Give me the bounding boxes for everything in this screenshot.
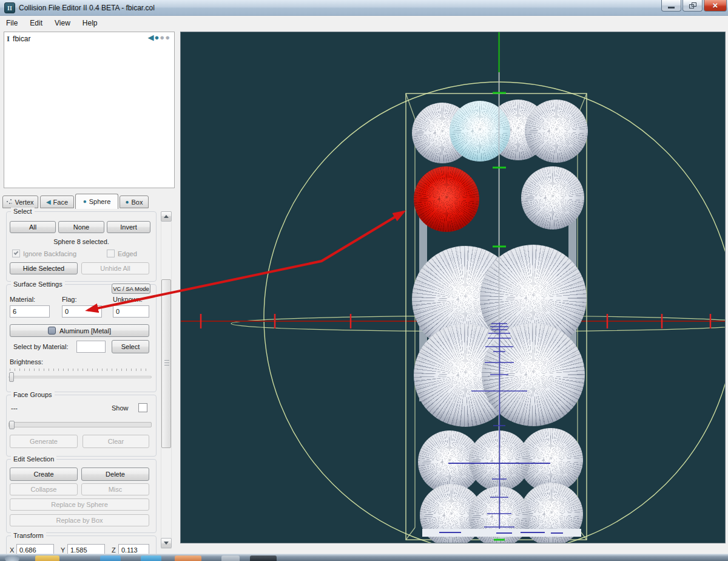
delete-button[interactable]: Delete xyxy=(81,467,149,481)
selection-status: Sphere 8 selected. xyxy=(6,238,157,245)
misc-button[interactable]: Misc xyxy=(81,483,149,495)
select-by-material-input[interactable] xyxy=(76,341,106,353)
transform-label: Transform xyxy=(11,532,46,539)
replace-by-sphere-button[interactable]: Replace by Sphere xyxy=(10,498,149,511)
transform-x-label: X xyxy=(10,546,14,554)
select-by-material-label: Select by Material: xyxy=(13,343,68,350)
surface-settings-label: Surface Settings xyxy=(11,280,65,288)
tab-label: Box xyxy=(132,199,143,206)
unknown-input[interactable]: 0 xyxy=(113,305,149,318)
taskbar[interactable] xyxy=(0,554,728,561)
start-button[interactable] xyxy=(5,556,19,561)
tab-face[interactable]: ◀ Face xyxy=(40,195,74,208)
show-checkbox[interactable] xyxy=(138,403,147,412)
material-type-label: Aluminum [Metal] xyxy=(59,327,111,335)
menu-view[interactable]: View xyxy=(49,16,76,30)
select-by-material-button[interactable]: Select xyxy=(112,340,149,353)
up-arrow-icon xyxy=(164,215,169,218)
brightness-slider[interactable] xyxy=(8,376,152,378)
menu-file[interactable]: File xyxy=(0,16,24,30)
face-icon: ◀ xyxy=(46,199,51,205)
sphere-icon: ● xyxy=(83,199,87,205)
hierarchy-panel: I fbicar ◀ ● ● ● xyxy=(4,32,175,188)
transform-z-label: Z xyxy=(112,546,116,554)
tab-label: Face xyxy=(53,199,68,206)
taskbar-app1-icon[interactable] xyxy=(100,556,121,561)
scrollbar-grip xyxy=(164,360,169,366)
box-icon: ● xyxy=(125,199,129,205)
scrollbar-thumb[interactable] xyxy=(161,279,171,448)
scrollbar-up-button[interactable] xyxy=(161,211,172,222)
unknown-label: Unknown: xyxy=(113,296,143,303)
generate-button[interactable]: Generate xyxy=(10,435,78,448)
clear-button[interactable]: Clear xyxy=(83,435,149,448)
nav-sphere-icon[interactable]: ● xyxy=(154,33,159,41)
blue-ruler xyxy=(448,322,550,534)
vertex-icon xyxy=(7,199,12,205)
face-groups-slider-thumb[interactable] xyxy=(9,421,15,429)
vc-sa-mode-button[interactable]: VC / SA Mode xyxy=(112,284,150,294)
select-group-label: Select xyxy=(11,208,35,215)
window-title: Collision File Editor II 0.4 BETA - fbic… xyxy=(19,4,155,12)
create-button[interactable]: Create xyxy=(10,467,78,481)
collapse-button[interactable]: Collapse xyxy=(10,483,78,495)
restore-icon xyxy=(689,2,696,8)
tab-vertex[interactable]: Vertex xyxy=(2,195,38,208)
tab-label: Vertex xyxy=(15,199,33,206)
platform-marks xyxy=(439,532,563,533)
tree-item-fbicar[interactable]: I fbicar xyxy=(7,34,30,44)
down-arrow-icon xyxy=(164,542,169,545)
select-none-button[interactable]: None xyxy=(58,221,104,233)
material-label: Material: xyxy=(10,296,35,303)
nav-box-icon[interactable]: ● xyxy=(160,33,164,41)
flag-label: Flag: xyxy=(62,296,76,303)
edit-selection-label: Edit Selection xyxy=(11,455,56,463)
select-all-button[interactable]: All xyxy=(10,221,56,233)
tab-label: Sphere xyxy=(89,198,110,205)
scene-wireframe-front xyxy=(181,32,726,543)
material-color-swatch xyxy=(48,327,56,335)
tab-box[interactable]: ● Box xyxy=(120,195,149,208)
taskbar-app2-icon[interactable] xyxy=(141,556,161,561)
taskbar-app5-icon[interactable] xyxy=(250,556,277,561)
minimize-button[interactable] xyxy=(661,0,681,12)
replace-by-box-button[interactable]: Replace by Box xyxy=(10,514,149,526)
scrollbar-down-button[interactable] xyxy=(161,538,172,548)
nav-face-icon[interactable]: ◀ xyxy=(147,33,153,41)
brightness-slider-thumb[interactable] xyxy=(9,372,14,382)
brightness-label: Brightness: xyxy=(10,358,43,365)
face-groups-slider[interactable] xyxy=(8,422,152,427)
application-window: II Collision File Editor II 0.4 BETA - f… xyxy=(0,0,728,561)
ignore-backfacing-checkbox[interactable] xyxy=(12,250,20,257)
edged-label: Edged xyxy=(118,250,137,257)
close-button[interactable]: × xyxy=(704,0,727,12)
taskbar-app3-icon[interactable] xyxy=(175,556,201,561)
app-icon: II xyxy=(4,2,15,13)
select-invert-button[interactable]: Invert xyxy=(107,221,150,233)
show-label: Show xyxy=(112,404,129,412)
flag-input[interactable]: 0 xyxy=(62,305,102,318)
menu-bar: File Edit View Help xyxy=(0,16,728,30)
face-groups-value: --- xyxy=(11,404,18,412)
taskbar-folder-icon[interactable] xyxy=(35,556,59,561)
unhide-all-button[interactable]: Unhide All xyxy=(81,262,149,274)
menu-help[interactable]: Help xyxy=(76,16,104,30)
menu-edit[interactable]: Edit xyxy=(24,16,49,30)
edged-checkbox[interactable] xyxy=(107,250,115,257)
hide-selected-button[interactable]: Hide Selected xyxy=(10,262,78,274)
face-groups-label: Face Groups xyxy=(11,391,55,398)
tab-sphere[interactable]: ● Sphere xyxy=(75,194,118,209)
brightness-ticks xyxy=(10,369,150,371)
close-icon: × xyxy=(713,1,718,10)
model-icon: I xyxy=(7,34,10,44)
viewport-3d[interactable] xyxy=(180,32,726,543)
maximize-button[interactable] xyxy=(682,0,703,12)
taskbar-app4-icon[interactable] xyxy=(221,556,240,561)
nav-extra-icon[interactable]: ● xyxy=(165,33,170,41)
material-type-button[interactable]: Aluminum [Metal] xyxy=(10,324,149,337)
minimize-icon xyxy=(668,7,675,8)
title-bar: II Collision File Editor II 0.4 BETA - f… xyxy=(0,0,728,16)
tree-item-label: fbicar xyxy=(13,35,30,43)
material-input[interactable]: 6 xyxy=(10,305,50,318)
ignore-backfacing-label: Ignore Backfacing xyxy=(23,250,76,257)
